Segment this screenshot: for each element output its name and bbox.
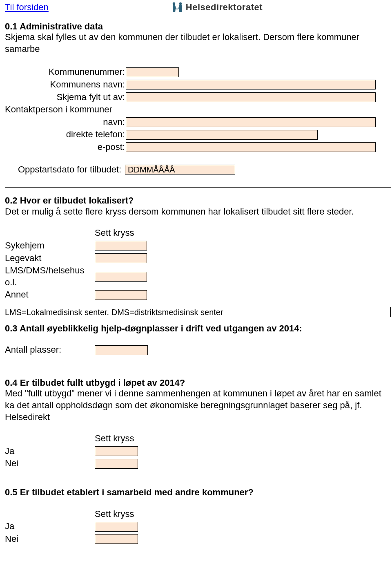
q04-check-0[interactable] [95, 446, 138, 456]
q02-row-1: Legevakt [5, 253, 392, 264]
q04-subtitle: Med "fullt utbygd" mener vi i denne samm… [5, 388, 392, 423]
label-kommunens-navn: Kommunens navn: [5, 79, 126, 91]
q03-input[interactable] [95, 345, 148, 355]
q03-title: 0.3 Antall øyeblikkelig hjelp-døgnplasse… [5, 323, 392, 335]
q05-row-1: Nei [5, 533, 392, 545]
helsedirektoratet-icon [171, 2, 183, 13]
q04-block: 0.4 Er tilbudet fullt utbygd i løpet av … [5, 377, 392, 470]
input-navn[interactable] [126, 117, 376, 127]
q01-fields: Kommunenummer: Kommunens navn: Skjema fy… [5, 66, 392, 175]
q02-grid: Sett kryss Sykehjem Legevakt LMS/DMS/hel… [5, 227, 392, 301]
label-telefon: direkte telefon: [5, 129, 126, 141]
label-navn: navn: [5, 116, 126, 128]
q02-head: Sett kryss [5, 227, 392, 239]
q01-title: 0.1 Administrative data [5, 21, 392, 33]
q05-grid: Sett kryss Ja Nei [5, 508, 392, 545]
row-oppstartsdato: Oppstartsdato for tilbudet: DDMMÅÅÅÅ [5, 164, 392, 176]
text-cursor-icon: | [389, 305, 392, 319]
q02-note-row: LMS=Lokalmedisinsk senter. DMS=distrikts… [5, 302, 392, 319]
logo-text: Helsedirektoratet [186, 2, 263, 13]
q02-row-0: Sykehjem [5, 240, 392, 252]
row-kommunens-navn: Kommunens navn: [5, 79, 392, 91]
q04-column-header: Sett kryss [95, 433, 134, 445]
q02-label-1: Legevakt [5, 253, 95, 264]
q03-block: Antall plasser: [5, 344, 392, 356]
q02-subtitle: Det er mulig å sette flere kryss dersom … [5, 206, 392, 218]
q02-row-2: LMS/DMS/helsehus o.l. [5, 265, 392, 288]
row-telefon: direkte telefon: [5, 129, 392, 141]
input-epost[interactable] [126, 142, 376, 152]
q05-title: 0.5 Er tilbudet etablert i samarbeid med… [5, 487, 392, 499]
q02-note: LMS=Lokalmedisinsk senter. DMS=distrikts… [5, 307, 223, 318]
q04-grid: Sett kryss Ja Nei [5, 433, 392, 470]
q02-label-3: Annet [5, 289, 95, 301]
q05-block: 0.5 Er tilbudet etablert i samarbeid med… [5, 487, 392, 545]
q02-title: 0.2 Hvor er tilbudet lokalisert? [5, 195, 392, 207]
label-oppstartsdato: Oppstartsdato for tilbudet: [5, 164, 125, 176]
row-epost: e-post: [5, 141, 392, 153]
q04-label-0: Ja [5, 445, 95, 457]
q02-column-header: Sett kryss [95, 227, 134, 239]
input-oppstartsdato[interactable]: DDMMÅÅÅÅ [125, 165, 235, 174]
q02-check-2[interactable] [95, 272, 147, 282]
kontaktperson-heading: Kontaktperson i kommuner [5, 104, 113, 116]
q03-label: Antall plasser: [5, 344, 95, 356]
q04-title: 0.4 Er tilbudet fullt utbygd i løpet av … [5, 377, 392, 389]
q05-label-1: Nei [5, 533, 95, 545]
q05-check-1[interactable] [95, 534, 138, 544]
q05-head: Sett kryss [5, 508, 392, 520]
q04-label-1: Nei [5, 458, 95, 470]
q02-label-0: Sykehjem [5, 240, 95, 252]
input-kommunens-navn[interactable] [126, 80, 376, 89]
row-skjema-fylt-ut-av: Skjema fylt ut av: [5, 92, 392, 103]
q02-check-3[interactable] [95, 290, 147, 300]
svg-point-1 [179, 2, 182, 5]
q04-check-1[interactable] [95, 459, 138, 469]
logo: Helsedirektoratet [171, 2, 263, 13]
page: Til forsiden Helsedirektoratet 0.1 Admin… [0, 0, 392, 562]
q02-check-0[interactable] [95, 241, 147, 250]
row-kommunenummer: Kommunenummer: [5, 66, 392, 78]
label-epost: e-post: [5, 141, 126, 153]
row-kontaktperson-heading: Kontaktperson i kommuner [5, 104, 392, 116]
q04-row-0: Ja [5, 445, 392, 457]
q02-label-2: LMS/DMS/helsehus o.l. [5, 265, 95, 288]
q02-check-1[interactable] [95, 253, 147, 263]
frontpage-link[interactable]: Til forsiden [5, 2, 49, 13]
q03-row: Antall plasser: [5, 344, 392, 356]
label-skjema-fylt-ut-av: Skjema fylt ut av: [5, 92, 126, 103]
row-navn: navn: [5, 116, 392, 128]
q05-row-0: Ja [5, 521, 392, 532]
q05-label-0: Ja [5, 521, 95, 532]
header-row: Til forsiden Helsedirektoratet [5, 2, 392, 13]
input-kommunenummer[interactable] [126, 67, 179, 77]
q02-row-3: Annet [5, 289, 392, 301]
q05-check-0[interactable] [95, 522, 138, 532]
q04-head: Sett kryss [5, 433, 392, 445]
q05-column-header: Sett kryss [95, 508, 134, 520]
divider [5, 187, 391, 188]
q01-subtitle: Skjema skal fylles ut av den kommunen de… [5, 31, 392, 55]
label-kommunenummer: Kommunenummer: [5, 66, 126, 78]
svg-point-0 [173, 2, 175, 5]
q04-row-1: Nei [5, 458, 392, 470]
input-skjema-fylt-ut-av[interactable] [126, 92, 376, 102]
input-telefon[interactable] [126, 130, 318, 140]
